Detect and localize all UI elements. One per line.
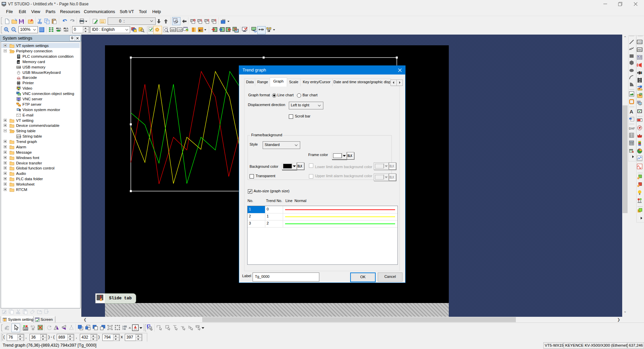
- svg-text:ABC: ABC: [638, 49, 642, 51]
- svg-text:123: 123: [24, 328, 28, 330]
- svg-text:123: 123: [638, 41, 642, 43]
- svg-text:SD: SD: [17, 61, 20, 63]
- svg-text:B: B: [194, 18, 196, 22]
- svg-text:2: 2: [208, 18, 209, 22]
- svg-text:ALL: ALL: [63, 27, 69, 30]
- svg-text:3: 3: [215, 18, 216, 22]
- svg-text:USB: USB: [17, 66, 21, 68]
- svg-text:1: 1: [201, 18, 202, 22]
- svg-text:STR: STR: [17, 136, 21, 138]
- svg-text:ALL: ALL: [56, 27, 61, 30]
- svg-text:DXF: DXF: [629, 127, 635, 130]
- svg-text:A: A: [630, 109, 633, 114]
- svg-text:CNT: CNT: [177, 29, 183, 32]
- svg-text:ABC: ABC: [171, 29, 176, 32]
